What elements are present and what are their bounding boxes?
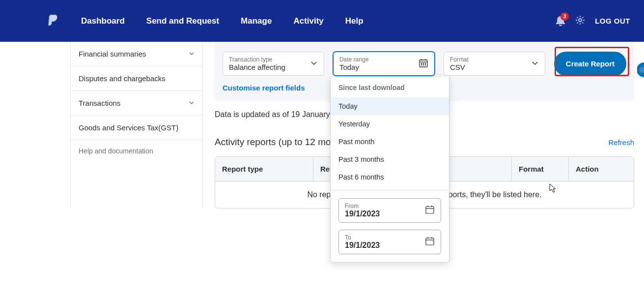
refresh-link[interactable]: Refresh [608,138,634,147]
date-to-input[interactable]: To 19/1/2023 [338,230,441,254]
chevron-down-icon [531,59,539,69]
date-to-label: To [345,234,380,241]
sidebar-item-label: Transactions [79,99,120,107]
nav-links: Dashboard Send and Request Manage Activi… [81,16,364,26]
svg-point-0 [579,19,582,22]
calendar-icon [425,205,435,216]
sidebar: Financial summaries Disputes and chargeb… [70,42,203,209]
settings-button[interactable] [575,15,585,27]
svg-point-10 [425,64,425,65]
date-option-yesterday[interactable]: Yesterday [331,115,449,133]
svg-point-8 [421,64,421,65]
sidebar-item-transactions[interactable]: Transactions [71,91,202,116]
date-from-value: 19/1/2023 [345,210,380,218]
nav-send-request[interactable]: Send and Request [146,16,219,26]
dropdown-value: Today [339,63,368,71]
dropdown-label: Transaction type [229,56,285,63]
sidebar-item-label: Help and documentation [79,147,153,155]
date-option-past-3-months[interactable]: Past 3 months [331,150,449,168]
transaction-type-select[interactable]: Transaction type Balance affecting [223,52,324,76]
sidebar-item-label: Financial summaries [79,50,146,58]
sidebar-item-disputes[interactable]: Disputes and chargebacks [71,66,202,91]
nav-right: 3 LOG OUT [556,15,630,27]
chevron-down-icon [189,50,195,58]
dropdown-value: CSV [450,63,469,71]
sidebar-item-help-docs[interactable]: Help and documentation [71,140,202,162]
svg-rect-15 [426,238,434,245]
svg-point-9 [423,64,423,65]
column-format: Format [512,157,569,181]
nav-manage[interactable]: Manage [241,16,272,26]
notification-badge: 3 [560,12,569,21]
customise-fields-link[interactable]: Customise report fields [223,84,305,92]
logout-button[interactable]: LOG OUT [595,17,630,25]
calendar-icon [425,236,435,248]
chevron-down-icon [310,59,318,69]
column-report-type: Report type [215,157,313,181]
sidebar-item-label: Goods and Services Tax(GST) [79,123,178,132]
sidebar-item-financial-summaries[interactable]: Financial summaries [71,42,202,66]
format-select[interactable]: Format CSV [444,52,545,76]
create-report-button[interactable]: Create Report [554,52,626,76]
chevron-down-icon [189,99,195,107]
sidebar-item-gst[interactable]: Goods and Services Tax(GST) [71,116,202,140]
top-navigation: Dashboard Send and Request Manage Activi… [0,0,644,42]
dropdown-label: Format [450,56,469,63]
popup-section-label: Since last download [331,77,449,97]
svg-point-5 [421,63,421,63]
nav-help[interactable]: Help [345,16,364,26]
dropdown-label: Date range [339,56,368,63]
calendar-icon [419,58,428,70]
nav-activity[interactable]: Activity [293,16,323,26]
nav-dashboard[interactable]: Dashboard [81,16,125,26]
svg-point-7 [425,63,425,63]
paypal-logo-icon[interactable] [47,15,57,28]
date-option-past-month[interactable]: Past month [331,133,449,150]
svg-rect-11 [426,207,434,213]
date-from-input[interactable]: From 19/1/2023 [338,198,441,223]
column-action: Action [569,157,634,181]
date-to-value: 19/1/2023 [345,241,380,250]
sidebar-item-label: Disputes and chargebacks [79,74,166,83]
side-widget-button[interactable] [637,62,644,77]
date-option-today[interactable]: Today [331,97,449,115]
date-range-select[interactable]: Date range Today [333,52,435,76]
notifications-button[interactable]: 3 [556,16,565,27]
date-option-past-6-months[interactable]: Past 6 months [331,168,449,186]
date-range-popup: Since last download Today Yesterday Past… [330,77,449,263]
svg-point-6 [423,63,423,63]
dropdown-value: Balance affecting [229,63,285,71]
date-from-label: From [345,203,380,210]
